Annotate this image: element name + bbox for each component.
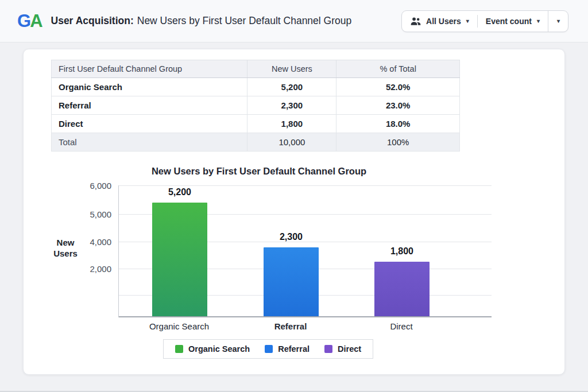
column-header-pct-total: % of Total (336, 60, 460, 78)
legend-item-organic-search[interactable]: Organic Search (175, 344, 250, 354)
bar-value-label: 5,200 (152, 187, 207, 197)
audience-selector-button[interactable]: All Users ▾ (402, 11, 477, 32)
top-bar: GA User Acquisition:New Users by First U… (0, 0, 588, 42)
ga-logo-a: A (30, 11, 41, 31)
x-axis-label-direct: Direct (390, 321, 412, 331)
legend-label: Organic Search (188, 344, 250, 354)
cell-pct: 23.0% (336, 96, 460, 115)
metric-selector-button[interactable]: Event count ▾ (478, 11, 548, 32)
channel-table: First User Default Channel Group New Use… (51, 60, 460, 152)
legend-swatch-icon (265, 345, 273, 353)
page-title-section: User Acquisition: (51, 15, 134, 26)
cell-new-users: 5,200 (247, 78, 336, 96)
x-axis-label-referral: Referral (274, 321, 307, 331)
cell-total-pct: 100% (336, 133, 460, 152)
cell-total-new-users: 10,000 (247, 133, 336, 152)
chart-title: New Users by First User Default Channel … (98, 166, 420, 177)
table-row: Direct 1,800 18.0% (52, 115, 460, 133)
page-title-report: New Users by First User Default Channel … (137, 15, 351, 26)
cell-total-label: Total (52, 133, 247, 152)
y-axis-tick-label: 4,000 (90, 236, 111, 246)
chevron-down-icon: ▾ (537, 18, 540, 24)
table-header-row: First User Default Channel Group New Use… (52, 60, 460, 78)
bar-plot-area: 5,2002,3001,800 (118, 185, 492, 317)
x-axis-label-organic-search: Organic Search (149, 321, 209, 331)
bar-direct[interactable] (374, 262, 430, 317)
legend-label: Referral (278, 344, 310, 354)
more-options-button[interactable]: ▾ (548, 11, 568, 32)
report-card: First User Default Channel Group New Use… (23, 49, 565, 375)
cell-new-users: 2,300 (247, 96, 336, 115)
ga-logo-g: G (17, 11, 30, 31)
column-header-channel: First User Default Channel Group (52, 60, 247, 78)
bar-value-label: 2,300 (264, 232, 319, 242)
report-controls: All Users ▾ Event count ▾ ▾ (401, 10, 568, 32)
legend-item-direct[interactable]: Direct (324, 344, 361, 354)
bar-organic-search[interactable] (152, 203, 207, 317)
table-row: Organic Search 5,200 52.0% (52, 78, 460, 96)
cell-channel: Direct (52, 115, 247, 133)
legend-swatch-icon (324, 345, 332, 353)
legend-swatch-icon (175, 345, 183, 353)
y-axis-tick-label: 5,000 (90, 209, 111, 219)
cell-pct: 52.0% (336, 78, 460, 96)
bar-group-direct: 1,800 (374, 185, 430, 317)
metric-selector-label: Event count (486, 17, 532, 26)
page-title: User Acquisition:New Users by First User… (51, 15, 352, 27)
cell-channel: Referral (52, 96, 247, 115)
audience-selector-label: All Users (426, 17, 461, 26)
chart-legend: Organic SearchReferralDirect (163, 339, 373, 359)
bar-value-label: 1,800 (374, 246, 430, 257)
bar-referral[interactable] (264, 247, 319, 317)
legend-label: Direct (338, 344, 361, 354)
cell-channel: Organic Search (52, 78, 247, 96)
cell-new-users: 1,800 (247, 115, 336, 133)
legend-item-referral[interactable]: Referral (265, 344, 310, 354)
y-axis-ticks: 6,0005,0004,0002,000 (57, 185, 111, 317)
chevron-down-icon: ▾ (466, 18, 469, 24)
column-header-new-users: New Users (247, 60, 336, 78)
people-icon (410, 17, 421, 26)
ga-logo: GA (17, 11, 42, 32)
y-axis-tick-label: 2,000 (90, 263, 111, 273)
x-axis-labels: Organic SearchReferralDirect (118, 321, 492, 334)
bar-group-organic-search: 5,200 (152, 185, 207, 317)
table-total-row: Total 10,000 100% (52, 133, 460, 152)
table-row: Referral 2,300 23.0% (52, 96, 460, 115)
chevron-down-icon: ▾ (557, 18, 560, 24)
y-axis-tick-label: 6,000 (90, 181, 111, 191)
bar-group-referral: 2,300 (264, 185, 319, 317)
cell-pct: 18.0% (336, 115, 460, 133)
